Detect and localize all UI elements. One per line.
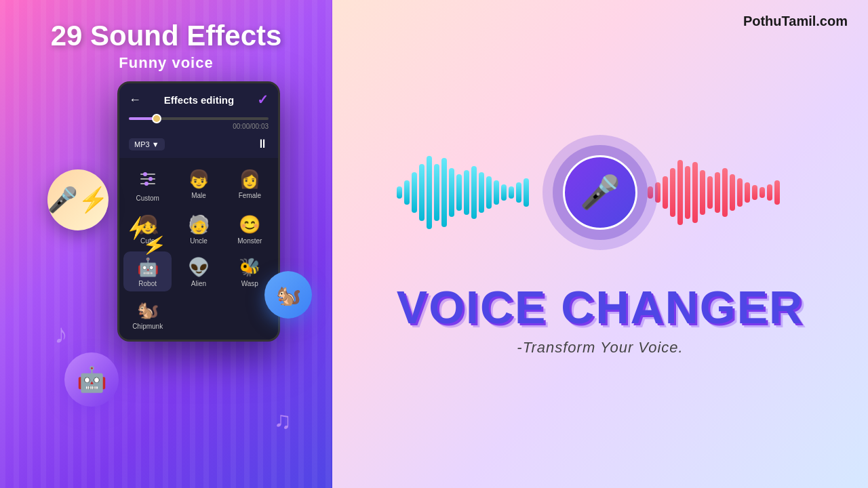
wave-bar-left-17 (524, 178, 529, 207)
effect-icon-alien: 👽 (188, 257, 210, 278)
svg-point-5 (144, 182, 149, 186)
mic-big-decoration: 🎤 (542, 135, 658, 250)
wave-bar-right-9 (715, 172, 720, 213)
wave-bar-left-14 (501, 184, 507, 201)
wave-bar-right-4 (677, 160, 683, 225)
time-display: 00:00/00:03 (129, 123, 269, 130)
wave-bar-left-12 (486, 176, 492, 209)
watermark: PothuTamil.com (743, 14, 848, 29)
wave-bar-right-16 (767, 184, 772, 201)
effect-item-chipmunk[interactable]: 🐿️Chipmunk (123, 294, 172, 334)
effect-icon-robot: 🤖 (137, 257, 159, 278)
effect-icon-custom (138, 169, 157, 192)
effect-label-robot: Robot (138, 280, 157, 287)
wave-bar-left-9 (464, 170, 469, 215)
wave-bar-right-15 (760, 187, 765, 199)
screen-title: Effects editing (164, 94, 234, 106)
funny-voice-subtitle: Funny voice (51, 54, 282, 72)
format-label: MP3 (134, 140, 150, 148)
effect-label-wasp: Wasp (241, 280, 258, 287)
progress-bar-area: 00:00/00:03 (119, 113, 278, 133)
effect-label-female: Female (239, 192, 261, 199)
squirrel-icon: 🐿️ (276, 283, 301, 307)
wave-bar-right-14 (752, 185, 757, 200)
effect-label-uncle: Uncle (190, 237, 208, 245)
effect-item-uncle[interactable]: 🧓Uncle (174, 209, 222, 249)
left-panel: 29 Sound Effects Funny voice 🎤⚡ ⚡ ⚡ ♪ ♫ … (0, 0, 332, 488)
mic-middle-ring: 🎤 (553, 145, 648, 240)
pause-button[interactable]: ⏸ (256, 137, 269, 151)
wave-bar-right-13 (745, 182, 750, 203)
wave-left (397, 152, 553, 233)
wave-bar-left-2 (412, 172, 417, 213)
mic-inner-circle: 🎤 (563, 155, 637, 230)
effect-item-alien[interactable]: 👽Alien (174, 251, 222, 291)
effect-label-alien: Alien (191, 280, 206, 287)
effect-item-custom[interactable]: Custom (123, 163, 172, 206)
wave-bar-right-8 (707, 176, 713, 209)
wave-bar-left-5 (434, 164, 439, 221)
wave-bar-left-3 (419, 164, 425, 221)
wave-bar-left-16 (516, 182, 521, 203)
effect-label-monster: Monster (237, 237, 262, 245)
wave-bar-left-1 (404, 180, 410, 205)
wave-bar-right-12 (737, 178, 743, 207)
squirrel-decoration-circle: 🐿️ (264, 271, 312, 319)
effect-label-male: Male (191, 192, 206, 199)
wave-bar-left-11 (479, 172, 484, 213)
wave-bar-right-17 (774, 180, 780, 205)
effect-item-female[interactable]: 👩Female (226, 163, 274, 206)
wave-bar-left-6 (441, 158, 447, 227)
effect-icon-male: 👦 (188, 169, 210, 190)
music-note-decoration-1: ♪ (54, 319, 68, 349)
wave-bar-right-7 (700, 170, 705, 215)
svg-point-3 (149, 177, 153, 181)
sound-effects-title: 29 Sound Effects (51, 20, 282, 52)
progress-track[interactable] (129, 117, 269, 120)
wave-bar-right-3 (670, 168, 675, 217)
voice-changer-title: VOICE CHANGER (397, 281, 804, 333)
wave-bar-right-11 (730, 174, 735, 211)
wave-bar-left-10 (471, 166, 477, 219)
phone-top-bar: ← Effects editing ✓ (119, 83, 278, 113)
mic-outer-ring: 🎤 (542, 135, 658, 250)
effect-label-chipmunk: Chipmunk (132, 323, 163, 330)
wave-bar-left-15 (509, 186, 514, 199)
dropdown-arrow-icon: ▼ (152, 140, 159, 148)
back-button[interactable]: ← (129, 93, 141, 107)
effect-label-custom: Custom (136, 195, 159, 202)
wave-bar-left-7 (449, 168, 454, 217)
wave-bar-left-4 (427, 156, 432, 229)
effect-icon-female: 👩 (239, 169, 260, 190)
wave-bar-right-10 (722, 168, 728, 217)
confirm-button[interactable]: ✓ (257, 92, 269, 108)
format-selector[interactable]: MP3 ▼ (129, 138, 165, 150)
microphone-icon: 🎤 (580, 174, 620, 211)
music-note-decoration-2: ♫ (274, 407, 292, 434)
wave-bar-right-5 (685, 166, 690, 219)
wave-visualization: 🎤 (397, 131, 804, 253)
lightning-icon-2: ⚡ (140, 232, 167, 258)
robot-icon: 🤖 (77, 365, 107, 394)
progress-thumb[interactable] (152, 114, 161, 123)
wave-bar-left-8 (456, 174, 462, 211)
effect-item-monster[interactable]: 😊Monster (226, 209, 274, 249)
phone-screen: ← Effects editing ✓ 00:00/00:03 MP3 ▼ ⏸ (117, 81, 280, 342)
controls-bar: MP3 ▼ ⏸ (119, 133, 278, 158)
wave-bar-right-6 (692, 162, 698, 223)
wave-right (648, 152, 804, 233)
svg-point-1 (143, 172, 147, 176)
effect-item-male[interactable]: 👦Male (174, 163, 222, 206)
mic-icon: 🎤⚡ (47, 186, 108, 214)
wave-bar-right-2 (663, 176, 668, 209)
mic-decoration-circle: 🎤⚡ (47, 169, 108, 230)
effect-icon-wasp: 🐝 (239, 257, 260, 278)
right-panel: PothuTamil.com 🎤 VOICE CHANGER -Transfor… (332, 0, 868, 488)
robot-decoration-circle: 🤖 (64, 352, 119, 407)
wave-bar-left-0 (397, 186, 402, 199)
voice-changer-subtitle: -Transform Your Voice. (517, 339, 683, 357)
phone-mockup: ← Effects editing ✓ 00:00/00:03 MP3 ▼ ⏸ (117, 81, 280, 342)
effect-item-robot[interactable]: 🤖Robot (123, 251, 172, 291)
effect-icon-uncle: 🧓 (188, 214, 210, 235)
wave-bar-left-13 (494, 180, 499, 205)
